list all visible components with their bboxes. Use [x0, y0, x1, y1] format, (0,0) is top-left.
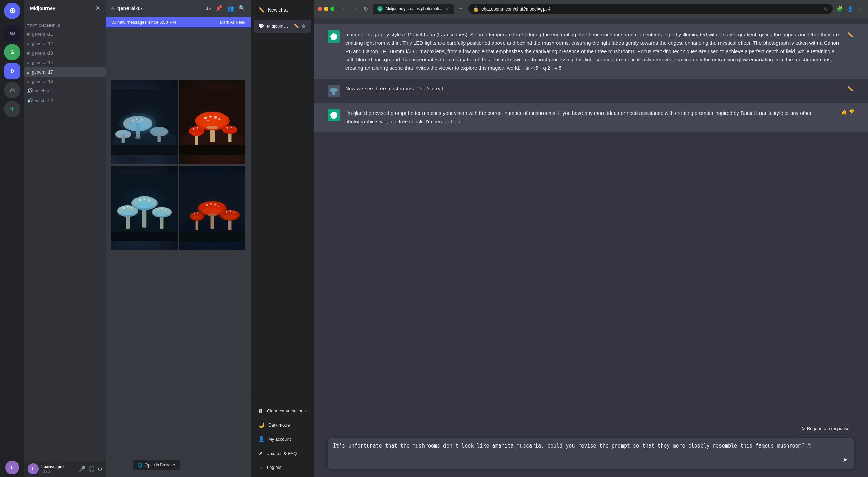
sidebar-bottom-menu: 🗑 Clear conversations 🌙 Dark mode 👤 My a… [254, 401, 311, 474]
message-actions-2: ✏️ [846, 85, 854, 97]
channel-header: # general-17 15 📌 👥 🔍 [106, 0, 251, 17]
edit-message-1-button[interactable]: ✏️ [846, 30, 854, 39]
svg-rect-93 [179, 232, 245, 241]
mushroom-image-1 [111, 80, 178, 164]
channel-general-14[interactable]: #general-14 [24, 58, 106, 67]
conversation-label: Midjourney creates pho [267, 24, 291, 29]
thumbs-rating: 👍 👎 [841, 109, 854, 115]
my-account-item[interactable]: 👤 My account [254, 432, 311, 446]
server-name: Midjourney [30, 6, 55, 11]
discord-server-3[interactable]: D [4, 63, 20, 79]
discord-server-4[interactable]: 🎮 [4, 82, 20, 98]
maximize-window-button[interactable] [330, 7, 334, 11]
chatgpt-area: ✏️ New chat 💬 Midjourney creates pho ✏️ … [251, 0, 868, 477]
logout-icon: → [258, 464, 263, 470]
thumbs-down-button[interactable]: 👎 [849, 109, 854, 115]
mushroom-image-3 [111, 166, 178, 250]
moon-icon: 🌙 [258, 422, 265, 428]
notification-text: 30 new messages since 6:30 PM [111, 20, 176, 25]
open-in-browser-button[interactable]: 🌐 Open in Browser [133, 460, 180, 470]
forward-button[interactable]: → [351, 4, 360, 13]
user-avatar-2 [328, 85, 340, 97]
send-button[interactable]: ➤ [841, 455, 849, 465]
discord-user-bar: L Laanscapes #1234 🎤 🎧 ⚙ [24, 461, 106, 477]
more-options-button[interactable]: ⋮ [856, 5, 864, 13]
mic-icon[interactable]: 🎤 [79, 466, 85, 472]
message-row-3: I'm glad the revised prompt better match… [314, 103, 868, 132]
conversation-item-1[interactable]: 💬 Midjourney creates pho ✏️ 🗑 [254, 20, 311, 33]
message-row-2: Now we see three mushrooms. That's great… [314, 79, 868, 103]
server-chevron[interactable]: ✕ [95, 5, 100, 12]
edit-message-2-button[interactable]: ✏️ [846, 85, 854, 93]
chat-messages: macro photography style of Daniel Laan (… [314, 18, 868, 417]
chat-input-area: ↻ Regenerate response ➤ [314, 417, 868, 477]
channel-vc-chat-2[interactable]: 🔊vc-chat-2 [24, 96, 106, 105]
discord-home-icon[interactable]: ⊕ [4, 3, 20, 19]
new-chat-icon: ✏️ [259, 7, 264, 13]
conversation-icon: 💬 [258, 23, 264, 29]
svg-rect-67 [111, 232, 178, 241]
discord-user-avatar[interactable]: L [5, 461, 19, 474]
thumbs-up-button[interactable]: 👍 [841, 109, 847, 115]
close-window-button[interactable] [318, 7, 322, 11]
browser-tab[interactable]: G Midjourney creates photoreali... ✕ [373, 4, 454, 14]
chatgpt-main: ← → ↻ G Midjourney creates photoreali...… [314, 0, 868, 477]
tab-close-button[interactable]: ✕ [445, 6, 449, 12]
browser-navigation: ← → ↻ [340, 4, 370, 14]
channel-title: general-17 [117, 5, 143, 11]
headset-icon[interactable]: 🎧 [88, 466, 95, 472]
message-content-1: macro photography style of Daniel Laan (… [345, 30, 841, 72]
channel-hash-icon: # [111, 5, 115, 12]
discord-add-server[interactable]: + [4, 101, 20, 117]
user-discriminator: #1234 [41, 469, 76, 473]
tab-label: Midjourney creates photoreali... [386, 6, 442, 11]
regenerate-button[interactable]: ↻ Regenerate response [796, 423, 854, 434]
discord-midjourney-icon[interactable]: MJ [4, 25, 20, 41]
svg-point-19 [118, 101, 171, 143]
logout-item[interactable]: → Log out [254, 460, 311, 474]
settings-icon[interactable]: ⚙ [98, 466, 102, 472]
message-actions-1: ✏️ [846, 30, 854, 72]
mushroom-image-2 [179, 80, 245, 164]
dark-mode-item[interactable]: 🌙 Dark mode [254, 418, 311, 432]
clear-conversations-item[interactable]: 🗑 Clear conversations [254, 404, 311, 418]
new-tab-button[interactable]: + [456, 4, 466, 14]
regenerate-icon: ↻ [801, 426, 805, 431]
thread-icon[interactable]: 15 [206, 6, 211, 11]
edit-conversation-icon[interactable]: ✏️ [293, 23, 300, 29]
new-chat-button[interactable]: ✏️ New chat [254, 3, 311, 17]
mushroom-image-4 [179, 166, 245, 250]
message-row-1: macro photography style of Daniel Laan (… [314, 24, 868, 79]
channel-general-13[interactable]: #general-13 [24, 48, 106, 58]
channel-vc-chat-1[interactable]: 🔊vc-chat-1 [24, 86, 106, 96]
chat-input[interactable] [333, 442, 838, 465]
pin-icon[interactable]: 📌 [216, 5, 222, 12]
discord-server-2[interactable]: G [4, 44, 20, 60]
user-avatar-bar: L [28, 463, 39, 474]
channel-general-12[interactable]: #general-12 [24, 39, 106, 48]
back-button[interactable]: ← [340, 4, 349, 13]
minimize-window-button[interactable] [324, 7, 328, 11]
lock-icon: 🔒 [473, 6, 479, 12]
extensions-button[interactable]: 🧩 [835, 5, 844, 13]
members-icon[interactable]: 👥 [227, 5, 234, 12]
tab-favicon: G [377, 6, 383, 12]
username: Laanscapes [41, 464, 76, 469]
user-info: Laanscapes #1234 [41, 464, 76, 473]
browser-icon: 🌐 [138, 463, 143, 468]
bookmark-icon[interactable]: ☆ [824, 6, 828, 12]
address-bar[interactable]: 🔒 chat.openai.com/chat?model=gpt-4 ☆ [468, 4, 833, 14]
delete-conversation-icon[interactable]: 🗑 [301, 23, 307, 29]
account-icon: 👤 [258, 436, 265, 442]
profile-button[interactable]: 👤 [846, 5, 854, 13]
svg-point-42 [186, 101, 239, 143]
channel-general-18[interactable]: #general-18 [24, 77, 106, 86]
channel-general-17[interactable]: #general-17 [24, 67, 106, 77]
updates-faq-item[interactable]: ↗ Updates & FAQ [254, 446, 311, 460]
search-discord-icon[interactable]: 🔍 [239, 5, 245, 12]
chat-input-wrapper: ➤ [328, 438, 854, 469]
message-actions-3: 👍 👎 [841, 109, 854, 126]
mark-as-read-button[interactable]: Mark As Read [220, 20, 245, 25]
channel-general-11[interactable]: #general-11 [24, 29, 106, 39]
reload-button[interactable]: ↻ [361, 4, 370, 14]
